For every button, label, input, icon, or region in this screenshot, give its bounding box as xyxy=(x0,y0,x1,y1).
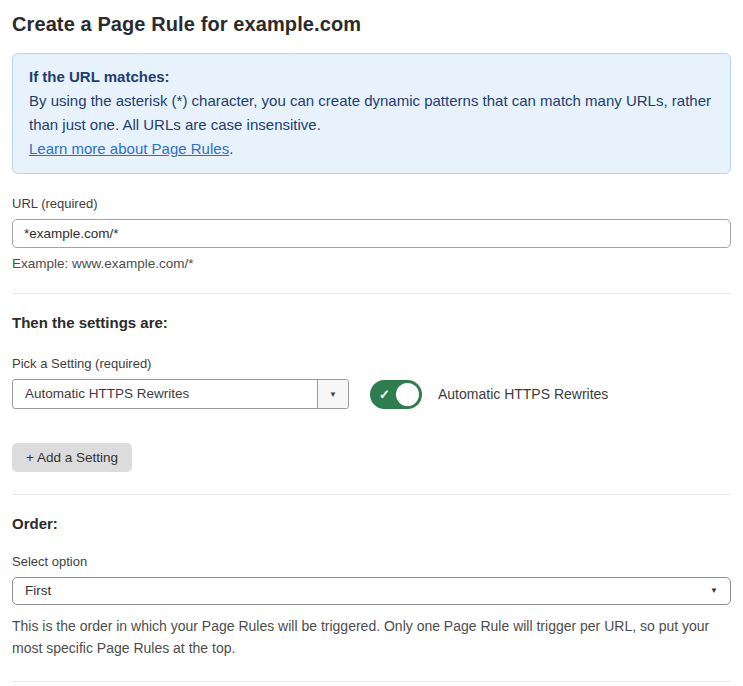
link-suffix: . xyxy=(229,140,233,157)
info-box-body: By using the asterisk (*) character, you… xyxy=(29,89,714,137)
setting-row: Automatic HTTPS Rewrites ▼ ✓ Automatic H… xyxy=(12,379,731,409)
order-select-value: First xyxy=(25,583,51,598)
url-input[interactable] xyxy=(12,219,731,248)
order-select[interactable]: First ▼ xyxy=(12,577,731,605)
url-example-helper: Example: www.example.com/* xyxy=(12,256,731,271)
toggle-knob xyxy=(396,383,419,406)
info-box-heading: If the URL matches: xyxy=(29,65,714,89)
url-match-info-box: If the URL matches: By using the asteris… xyxy=(12,53,731,174)
pick-setting-label: Pick a Setting (required) xyxy=(12,356,731,371)
order-helper-text: This is the order in which your Page Rul… xyxy=(12,615,712,659)
chevron-down-icon: ▼ xyxy=(710,578,718,604)
add-setting-button[interactable]: + Add a Setting xyxy=(12,443,132,472)
setting-select-value: Automatic HTTPS Rewrites xyxy=(13,380,317,408)
divider xyxy=(12,293,731,294)
learn-more-link[interactable]: Learn more about Page Rules xyxy=(29,140,229,157)
info-box-link-line: Learn more about Page Rules. xyxy=(29,137,714,161)
url-field-label: URL (required) xyxy=(12,196,731,211)
settings-section-heading: Then the settings are: xyxy=(12,314,731,331)
page-title: Create a Page Rule for example.com xyxy=(12,13,731,36)
toggle-label: Automatic HTTPS Rewrites xyxy=(438,386,608,402)
order-select-label: Select option xyxy=(12,554,731,569)
chevron-down-icon: ▼ xyxy=(317,380,348,408)
setting-select[interactable]: Automatic HTTPS Rewrites ▼ xyxy=(12,379,349,409)
divider xyxy=(12,494,731,495)
check-icon: ✓ xyxy=(379,388,390,401)
order-section-heading: Order: xyxy=(12,515,731,532)
divider xyxy=(12,681,731,682)
automatic-https-rewrites-toggle[interactable]: ✓ xyxy=(370,380,422,409)
